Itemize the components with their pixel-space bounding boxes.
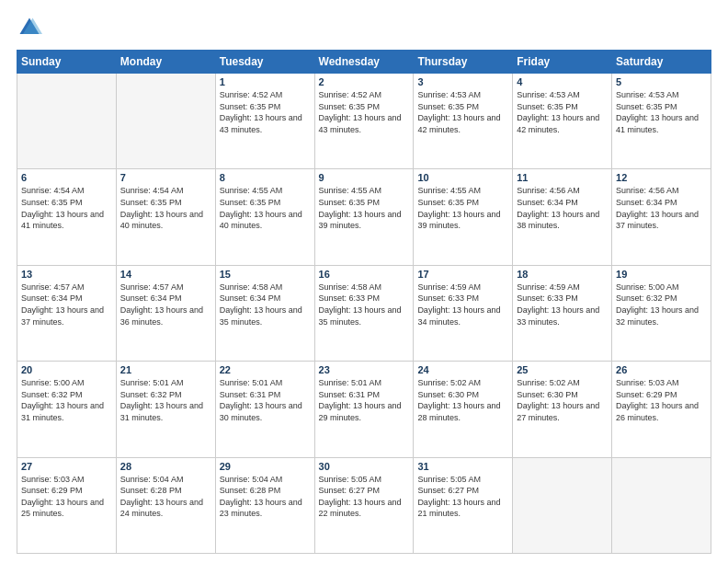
- page: SundayMondayTuesdayWednesdayThursdayFrid…: [0, 0, 728, 563]
- day-info: Sunrise: 4:58 AM Sunset: 6:34 PM Dayligh…: [220, 282, 311, 327]
- day-number: 5: [616, 76, 707, 87]
- calendar-week-row: 6Sunrise: 4:54 AM Sunset: 6:35 PM Daylig…: [17, 169, 711, 265]
- day-number: 24: [417, 364, 508, 375]
- day-number: 20: [21, 364, 112, 375]
- day-info: Sunrise: 5:00 AM Sunset: 6:32 PM Dayligh…: [21, 377, 112, 423]
- calendar-cell: [513, 457, 612, 553]
- header: [17, 15, 711, 40]
- calendar-cell: 11Sunrise: 4:56 AM Sunset: 6:34 PM Dayli…: [513, 169, 612, 265]
- calendar-cell: 1Sunrise: 4:52 AM Sunset: 6:35 PM Daylig…: [215, 74, 314, 169]
- day-number: 29: [220, 461, 311, 472]
- day-info: Sunrise: 4:59 AM Sunset: 6:33 PM Dayligh…: [517, 282, 608, 327]
- day-number: 16: [319, 269, 410, 280]
- day-number: 22: [220, 364, 311, 375]
- calendar-cell: 16Sunrise: 4:58 AM Sunset: 6:33 PM Dayli…: [314, 265, 414, 361]
- day-number: 27: [21, 461, 112, 472]
- day-info: Sunrise: 5:02 AM Sunset: 6:30 PM Dayligh…: [417, 377, 508, 423]
- day-number: 28: [120, 461, 211, 472]
- calendar-cell: 30Sunrise: 5:05 AM Sunset: 6:27 PM Dayli…: [314, 457, 414, 553]
- weekday-header: Wednesday: [314, 51, 414, 74]
- day-number: 14: [120, 269, 211, 280]
- day-info: Sunrise: 4:59 AM Sunset: 6:33 PM Dayligh…: [417, 282, 508, 327]
- weekday-header: Saturday: [612, 51, 711, 74]
- calendar-cell: 23Sunrise: 5:01 AM Sunset: 6:31 PM Dayli…: [314, 362, 414, 457]
- day-info: Sunrise: 4:53 AM Sunset: 6:35 PM Dayligh…: [417, 89, 508, 135]
- day-info: Sunrise: 4:54 AM Sunset: 6:35 PM Dayligh…: [120, 185, 211, 231]
- logo: [17, 15, 46, 40]
- day-number: 13: [21, 269, 112, 280]
- day-number: 12: [616, 172, 707, 183]
- day-number: 26: [616, 364, 707, 375]
- day-number: 8: [220, 172, 311, 183]
- day-number: 10: [417, 172, 508, 183]
- calendar-cell: 29Sunrise: 5:04 AM Sunset: 6:28 PM Dayli…: [215, 457, 314, 553]
- calendar-header-row: SundayMondayTuesdayWednesdayThursdayFrid…: [17, 51, 711, 74]
- day-info: Sunrise: 5:03 AM Sunset: 6:29 PM Dayligh…: [616, 377, 707, 423]
- calendar-cell: 10Sunrise: 4:55 AM Sunset: 6:35 PM Dayli…: [414, 169, 513, 265]
- calendar-week-row: 20Sunrise: 5:00 AM Sunset: 6:32 PM Dayli…: [17, 362, 711, 457]
- day-number: 23: [319, 364, 410, 375]
- day-info: Sunrise: 4:54 AM Sunset: 6:35 PM Dayligh…: [21, 185, 112, 231]
- day-number: 18: [517, 269, 608, 280]
- day-info: Sunrise: 4:56 AM Sunset: 6:34 PM Dayligh…: [616, 185, 707, 231]
- calendar-cell: 13Sunrise: 4:57 AM Sunset: 6:34 PM Dayli…: [17, 265, 117, 361]
- calendar-cell: [116, 74, 215, 169]
- weekday-header: Thursday: [414, 51, 513, 74]
- calendar-cell: 12Sunrise: 4:56 AM Sunset: 6:34 PM Dayli…: [612, 169, 711, 265]
- day-info: Sunrise: 5:05 AM Sunset: 6:27 PM Dayligh…: [319, 474, 410, 520]
- calendar-cell: 18Sunrise: 4:59 AM Sunset: 6:33 PM Dayli…: [513, 265, 612, 361]
- day-number: 1: [220, 76, 311, 87]
- calendar-cell: 21Sunrise: 5:01 AM Sunset: 6:32 PM Dayli…: [116, 362, 215, 457]
- calendar-cell: 9Sunrise: 4:55 AM Sunset: 6:35 PM Daylig…: [314, 169, 414, 265]
- calendar-cell: 14Sunrise: 4:57 AM Sunset: 6:34 PM Dayli…: [116, 265, 215, 361]
- day-info: Sunrise: 4:53 AM Sunset: 6:35 PM Dayligh…: [517, 89, 608, 135]
- calendar-week-row: 27Sunrise: 5:03 AM Sunset: 6:29 PM Dayli…: [17, 457, 711, 553]
- weekday-header: Tuesday: [215, 51, 314, 74]
- day-info: Sunrise: 4:55 AM Sunset: 6:35 PM Dayligh…: [417, 185, 508, 231]
- day-info: Sunrise: 4:56 AM Sunset: 6:34 PM Dayligh…: [517, 185, 608, 231]
- calendar-cell: 22Sunrise: 5:01 AM Sunset: 6:31 PM Dayli…: [215, 362, 314, 457]
- calendar-table: SundayMondayTuesdayWednesdayThursdayFrid…: [17, 50, 711, 554]
- day-info: Sunrise: 5:03 AM Sunset: 6:29 PM Dayligh…: [21, 474, 112, 520]
- day-info: Sunrise: 4:55 AM Sunset: 6:35 PM Dayligh…: [319, 185, 410, 231]
- day-info: Sunrise: 4:57 AM Sunset: 6:34 PM Dayligh…: [21, 282, 112, 327]
- calendar-cell: 6Sunrise: 4:54 AM Sunset: 6:35 PM Daylig…: [17, 169, 117, 265]
- logo-icon: [17, 15, 42, 40]
- day-info: Sunrise: 5:02 AM Sunset: 6:30 PM Dayligh…: [517, 377, 608, 423]
- calendar-cell: 31Sunrise: 5:05 AM Sunset: 6:27 PM Dayli…: [414, 457, 513, 553]
- day-info: Sunrise: 5:04 AM Sunset: 6:28 PM Dayligh…: [120, 474, 211, 520]
- weekday-header: Monday: [116, 51, 215, 74]
- day-number: 4: [517, 76, 608, 87]
- calendar-cell: 2Sunrise: 4:52 AM Sunset: 6:35 PM Daylig…: [314, 74, 414, 169]
- calendar-cell: 17Sunrise: 4:59 AM Sunset: 6:33 PM Dayli…: [414, 265, 513, 361]
- day-info: Sunrise: 5:01 AM Sunset: 6:32 PM Dayligh…: [120, 377, 211, 423]
- day-info: Sunrise: 5:04 AM Sunset: 6:28 PM Dayligh…: [220, 474, 311, 520]
- day-info: Sunrise: 5:05 AM Sunset: 6:27 PM Dayligh…: [417, 474, 508, 520]
- day-number: 11: [517, 172, 608, 183]
- calendar-cell: [612, 457, 711, 553]
- day-info: Sunrise: 4:58 AM Sunset: 6:33 PM Dayligh…: [319, 282, 410, 327]
- calendar-cell: 8Sunrise: 4:55 AM Sunset: 6:35 PM Daylig…: [215, 169, 314, 265]
- calendar-cell: [17, 74, 117, 169]
- calendar-cell: 27Sunrise: 5:03 AM Sunset: 6:29 PM Dayli…: [17, 457, 117, 553]
- day-number: 15: [220, 269, 311, 280]
- day-info: Sunrise: 5:00 AM Sunset: 6:32 PM Dayligh…: [616, 282, 707, 327]
- day-info: Sunrise: 5:01 AM Sunset: 6:31 PM Dayligh…: [319, 377, 410, 423]
- calendar-cell: 26Sunrise: 5:03 AM Sunset: 6:29 PM Dayli…: [612, 362, 711, 457]
- day-number: 9: [319, 172, 410, 183]
- day-number: 2: [319, 76, 410, 87]
- calendar-cell: 15Sunrise: 4:58 AM Sunset: 6:34 PM Dayli…: [215, 265, 314, 361]
- day-info: Sunrise: 4:55 AM Sunset: 6:35 PM Dayligh…: [220, 185, 311, 231]
- day-number: 7: [120, 172, 211, 183]
- calendar-cell: 3Sunrise: 4:53 AM Sunset: 6:35 PM Daylig…: [414, 74, 513, 169]
- day-number: 21: [120, 364, 211, 375]
- day-number: 6: [21, 172, 112, 183]
- day-info: Sunrise: 5:01 AM Sunset: 6:31 PM Dayligh…: [220, 377, 311, 423]
- day-info: Sunrise: 4:53 AM Sunset: 6:35 PM Dayligh…: [616, 89, 707, 135]
- day-number: 3: [417, 76, 508, 87]
- calendar-cell: 20Sunrise: 5:00 AM Sunset: 6:32 PM Dayli…: [17, 362, 117, 457]
- calendar-week-row: 1Sunrise: 4:52 AM Sunset: 6:35 PM Daylig…: [17, 74, 711, 169]
- day-number: 17: [417, 269, 508, 280]
- day-info: Sunrise: 4:57 AM Sunset: 6:34 PM Dayligh…: [120, 282, 211, 327]
- day-number: 19: [616, 269, 707, 280]
